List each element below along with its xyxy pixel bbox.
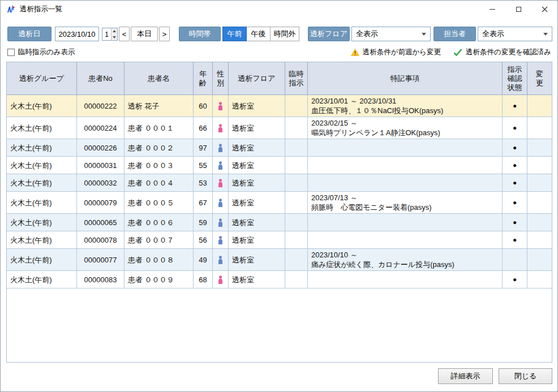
patient-name-cell: 患者 ０００８ bbox=[125, 249, 194, 271]
detail-view-button[interactable]: 詳細表示 bbox=[438, 368, 493, 384]
table-row[interactable]: 火木土(午前)00000224患者 ０００１66透析室2023/02/15 ～ … bbox=[7, 117, 552, 139]
table-row[interactable]: 火木土(午前)00000065患者 ０００６59透析室● bbox=[7, 214, 552, 231]
floor-button[interactable]: 透析フロア bbox=[308, 27, 350, 41]
timezone-option-3[interactable]: 時間外 bbox=[270, 27, 299, 41]
spinner-buttons bbox=[111, 28, 117, 40]
group-cell: 火木土(午前) bbox=[7, 139, 77, 157]
dialysis-instruction-window: 透析指示一覧 透析日 2023/10/10 1 < 本日 > 時間帯 午前午後時… bbox=[0, 0, 558, 392]
table-row[interactable]: 火木土(午前)00000032患者 ０００４53透析室● bbox=[7, 174, 552, 192]
close-button[interactable] bbox=[531, 1, 557, 18]
change-cell bbox=[527, 95, 552, 117]
table-row[interactable]: 火木土(午前)00000077患者 ０００８49透析室2023/10/10 ～ … bbox=[7, 249, 552, 271]
group-cell: 火木土(午前) bbox=[7, 117, 77, 139]
temp-instruction-cell bbox=[285, 139, 308, 157]
timezone-option-1[interactable]: 午前 bbox=[222, 27, 247, 41]
column-header-group[interactable]: 透析グループ bbox=[7, 62, 77, 95]
temp-instruction-cell bbox=[285, 117, 308, 139]
patient-no-cell: 00000226 bbox=[77, 139, 125, 157]
close-dialog-button[interactable]: 閉じる bbox=[499, 368, 552, 384]
temp-instruction-cell bbox=[285, 95, 308, 117]
age-cell: 97 bbox=[194, 139, 213, 157]
floor-cell: 透析室 bbox=[229, 192, 285, 214]
dialysis-date-button[interactable]: 透析日 bbox=[7, 27, 51, 41]
patient-name-cell: 患者 ０００１ bbox=[125, 117, 194, 139]
change-cell bbox=[527, 157, 552, 174]
temp-instruction-cell bbox=[285, 231, 308, 249]
maximize-icon bbox=[516, 7, 521, 12]
timezone-button[interactable]: 時間帯 bbox=[179, 27, 221, 41]
floor-cell: 透析室 bbox=[229, 214, 285, 231]
table-row[interactable]: 火木土(午前)00000083患者 ０００９68透析室● bbox=[7, 271, 552, 288]
gender-cell bbox=[213, 157, 229, 174]
group-cell: 火木土(午前) bbox=[7, 271, 77, 288]
table-row[interactable]: 火木土(午前)00000031患者 ０００３55透析室● bbox=[7, 157, 552, 174]
down-arrow-icon bbox=[113, 36, 116, 38]
change-cell bbox=[527, 249, 552, 271]
temp-only-checkbox[interactable] bbox=[7, 49, 15, 56]
floor-select[interactable]: 全表示 bbox=[351, 27, 431, 41]
temp-instruction-cell bbox=[285, 214, 308, 231]
column-header-confirm-status[interactable]: 指示 確認 状態 bbox=[503, 62, 527, 95]
group-cell: 火木土(午前) bbox=[7, 95, 77, 117]
column-header-patient-no[interactable]: 患者No bbox=[77, 62, 125, 95]
floor-cell: 透析室 bbox=[229, 271, 285, 288]
today-button[interactable]: 本日 bbox=[131, 27, 158, 41]
table-row[interactable]: 火木土(午前)00000226患者 ０００２97透析室● bbox=[7, 139, 552, 157]
column-header-patient-name[interactable]: 患者名 bbox=[125, 62, 194, 95]
close-icon bbox=[542, 6, 548, 12]
age-cell: 49 bbox=[194, 249, 213, 271]
patient-name-cell: 患者 ０００２ bbox=[125, 139, 194, 157]
female-icon bbox=[217, 179, 224, 187]
change-cell bbox=[527, 271, 552, 288]
age-cell: 56 bbox=[194, 231, 213, 249]
next-day-button[interactable]: > bbox=[159, 27, 170, 41]
date-input[interactable]: 2023/10/10 bbox=[55, 27, 99, 41]
column-header-change[interactable]: 変 更 bbox=[527, 62, 552, 95]
legend-changed-label: 透析条件が前週から変更 bbox=[363, 48, 441, 57]
table-body: 火木土(午前)00000222透析 花子60透析室2023/10/01 ～ 20… bbox=[7, 95, 552, 288]
column-header-notes[interactable]: 特記事項 bbox=[308, 62, 503, 95]
maximize-button[interactable] bbox=[505, 1, 531, 18]
staff-select[interactable]: 全表示 bbox=[478, 27, 552, 41]
timezone-option-2[interactable]: 午後 bbox=[246, 27, 271, 41]
spinner-up-button[interactable] bbox=[111, 28, 117, 35]
confirm-status-cell bbox=[503, 249, 527, 271]
column-header-gender[interactable]: 性 別 bbox=[213, 62, 229, 95]
patient-name-cell: 患者 ０００５ bbox=[125, 192, 194, 214]
temp-only-filter: 臨時指示のみ表示 bbox=[7, 48, 75, 57]
table-row[interactable]: 火木土(午前)00000222透析 花子60透析室2023/10/01 ～ 20… bbox=[7, 95, 552, 117]
temp-instruction-cell bbox=[285, 192, 308, 214]
patient-no-cell: 00000077 bbox=[77, 249, 125, 271]
warning-icon bbox=[351, 49, 359, 56]
patient-no-cell: 00000083 bbox=[77, 271, 125, 288]
male-icon bbox=[217, 218, 224, 227]
date-step-spinner[interactable]: 1 bbox=[102, 28, 118, 41]
confirm-status-cell: ● bbox=[503, 95, 527, 117]
patient-name-cell: 患者 ０００９ bbox=[125, 271, 194, 288]
column-header-temp-instruction[interactable]: 臨時 指示 bbox=[285, 62, 308, 95]
table-row[interactable]: 火木土(午前)00000079患者 ０００５67透析室2023/07/13 ～ … bbox=[7, 192, 552, 214]
patient-name-cell: 患者 ０００７ bbox=[125, 231, 194, 249]
prev-day-button[interactable]: < bbox=[119, 27, 130, 41]
notes-cell bbox=[308, 231, 503, 249]
spinner-down-button[interactable] bbox=[111, 35, 117, 41]
group-cell: 火木土(午前) bbox=[7, 231, 77, 249]
floor-cell: 透析室 bbox=[229, 117, 285, 139]
notes-cell: 2023/07/13 ～ 頻脈時 心電図モニター装着(pasys) bbox=[308, 192, 503, 214]
group-cell: 火木土(午前) bbox=[7, 174, 77, 192]
staff-button[interactable]: 担当者 bbox=[433, 27, 476, 41]
column-header-floor[interactable]: 透析フロア bbox=[229, 62, 285, 95]
confirm-status-cell: ● bbox=[503, 139, 527, 157]
column-header-age[interactable]: 年 齢 bbox=[194, 62, 213, 95]
table-row[interactable]: 火木土(午前)00000078患者 ０００７56透析室● bbox=[7, 231, 552, 249]
minimize-button[interactable] bbox=[479, 1, 505, 18]
gender-cell bbox=[213, 249, 229, 271]
legend-confirmed-label: 透析条件の変更を確認済み bbox=[466, 48, 551, 57]
age-cell: 68 bbox=[194, 271, 213, 288]
age-cell: 67 bbox=[194, 192, 213, 214]
patient-no-cell: 00000079 bbox=[77, 192, 125, 214]
change-cell bbox=[527, 174, 552, 192]
temp-instruction-cell bbox=[285, 271, 308, 288]
temp-instruction-cell bbox=[285, 174, 308, 192]
patient-name-cell: 患者 ０００６ bbox=[125, 214, 194, 231]
